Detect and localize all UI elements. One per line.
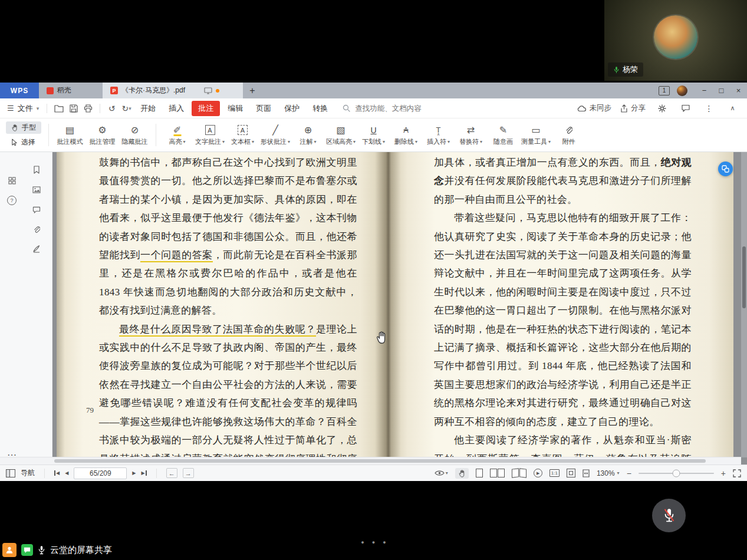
menu-item-comment[interactable]: 批注 [192, 101, 220, 116]
participant-video[interactable]: 杨荣 [604, 0, 747, 81]
zoom-level-dropdown[interactable]: 130% ▾ [597, 469, 620, 477]
wps-logo[interactable]: WPS [0, 83, 39, 98]
horizontal-scrollbar[interactable] [0, 457, 741, 465]
attachments-panel-icon[interactable] [32, 225, 41, 234]
window-count-badge[interactable]: 1 [659, 86, 670, 95]
previous-page-button[interactable]: ◀ [65, 470, 68, 476]
carousel-dot[interactable]: ● [361, 539, 364, 545]
menu-item-start[interactable]: 开始 [134, 101, 162, 116]
close-button[interactable]: × [730, 83, 747, 98]
ribbon-button-text-comment[interactable]: A 文字批注▾ [193, 120, 226, 150]
ribbon-button-note[interactable]: ⊕ 注解▾ [292, 120, 324, 150]
sync-status[interactable]: 未同步 [577, 103, 612, 113]
bookmarks-icon[interactable] [32, 165, 41, 174]
fit-page-button[interactable] [567, 469, 575, 477]
redo-button[interactable]: ↻▾ [119, 101, 134, 115]
hand-tool-button[interactable]: 手型 [6, 121, 41, 134]
thumbnail-panel-icon[interactable] [7, 176, 17, 185]
tab-document[interactable]: P 《卡尔·马克思》.pdf [103, 83, 243, 98]
menu-item-insert[interactable]: 插入 [162, 101, 190, 116]
menu-item-page[interactable]: 页面 [249, 101, 278, 116]
two-page-view-button[interactable] [490, 469, 505, 477]
page-right-text: 加具体，或者真正增加一点有意义的东西。而且，绝对观念并没有任何发展阶段能代表马克… [434, 153, 692, 457]
vertical-scrollbar-thumb[interactable] [742, 246, 746, 308]
chevron-down-icon: ▾ [446, 470, 448, 476]
menu-item-protect[interactable]: 保护 [278, 101, 306, 116]
print-button[interactable] [81, 101, 96, 115]
page-left[interactable]: 79 鼓舞的书信中，都声称自己在这个中心找到了欧洲文明里最值得赞赏的一切。他之所… [57, 152, 387, 457]
navigation-toggle[interactable]: 导航 [6, 468, 35, 478]
share-button[interactable]: 分享 [620, 103, 646, 113]
view-back-button[interactable]: ← [166, 468, 177, 478]
ribbon-button-free-draw[interactable]: ✎ 随意画 [487, 120, 519, 150]
maximize-button[interactable]: □ [713, 83, 730, 98]
zoom-slider-knob[interactable] [672, 469, 680, 477]
chat-app-icon[interactable] [21, 544, 33, 556]
horizontal-scrollbar-thumb[interactable] [54, 459, 706, 463]
select-tool-button[interactable]: 选择 [6, 136, 41, 149]
floating-assistant-button[interactable] [718, 162, 733, 176]
first-page-button[interactable]: ◀ [54, 470, 60, 476]
ribbon-button-underline[interactable]: U 下划线▾ [357, 120, 390, 150]
more-kebab-icon[interactable]: ⋮ [702, 101, 716, 115]
tab-docer[interactable]: 稻壳 [39, 83, 79, 98]
zoom-in-button[interactable]: + [721, 469, 726, 478]
single-page-view-button[interactable] [476, 469, 483, 477]
ribbon-button-strikethrough[interactable]: A 删除线▾ [390, 120, 422, 150]
meeting-app-icon[interactable] [2, 543, 17, 557]
page-right[interactable]: 加具体，或者真正增加一点有意义的东西。而且，绝对观念并没有任何发展阶段能代表马克… [387, 152, 733, 457]
book-view-button[interactable] [512, 469, 526, 477]
ribbon-button-measure[interactable]: ▭ 测量工具▾ [519, 120, 552, 150]
search-input[interactable] [354, 104, 445, 113]
ribbon-button-comment-mode[interactable]: ▤ 批注模式 [54, 120, 86, 150]
menu-item-edit[interactable]: 编辑 [221, 101, 249, 116]
next-page-button[interactable]: ▶ [132, 470, 136, 476]
hand-mode-button[interactable] [455, 468, 469, 479]
comments-panel-icon[interactable] [32, 205, 41, 215]
fullscreen-button[interactable] [733, 469, 741, 477]
search-box[interactable] [343, 104, 445, 113]
open-button[interactable] [51, 101, 66, 115]
ribbon-button-text-box[interactable]: A 文本框▾ [226, 120, 259, 150]
settings-icon[interactable] [654, 101, 669, 115]
account-avatar[interactable] [677, 85, 687, 96]
mute-toggle-button[interactable] [652, 499, 686, 532]
carousel-dot[interactable]: ● [372, 539, 375, 545]
page-indicator[interactable]: 65/209 [74, 467, 127, 479]
signature-panel-icon[interactable] [32, 244, 41, 253]
zoom-out-button[interactable]: − [627, 469, 631, 478]
page-canvas[interactable]: 79 鼓舞的书信中，都声称自己在这个中心找到了欧洲文明里最值得赞赏的一切。他之所… [52, 152, 741, 457]
minimize-button[interactable]: − [696, 83, 713, 98]
menu-item-convert[interactable]: 转换 [306, 101, 334, 116]
zoom-slider[interactable] [639, 473, 714, 474]
carousel-dot[interactable]: ● [383, 539, 386, 545]
ribbon-button-hide-comments[interactable]: ⊘ 隐藏批注 [119, 120, 151, 150]
new-tab-button[interactable]: + [243, 83, 262, 98]
ribbon-button-shape-comment[interactable]: ╱ 形状批注▾ [259, 120, 292, 150]
view-forward-button[interactable]: → [183, 468, 194, 478]
vertical-scrollbar[interactable] [741, 152, 747, 457]
ribbon-button-comment-manage[interactable]: ⚙ 批注管理 [86, 120, 119, 150]
ribbon-button-replace-mark[interactable]: ⇄ 替换符▾ [455, 120, 487, 150]
actual-size-button[interactable]: 1:1 [549, 469, 560, 477]
collapse-ribbon-button[interactable]: ∧ [725, 101, 740, 115]
ribbon-button-insert-caret[interactable]: T∧ 插入符▾ [422, 120, 455, 150]
play-slideshow-button[interactable]: ▶ [534, 469, 542, 477]
images-panel-icon[interactable] [32, 185, 41, 195]
comment-bubble-icon[interactable] [678, 101, 693, 115]
ribbon-button-attachment[interactable]: 附件 [552, 120, 585, 150]
last-page-button[interactable]: ▶ [141, 470, 146, 476]
undo-button[interactable]: ↺ [104, 101, 119, 115]
file-menu[interactable]: ☰ 文件 ▾ [7, 103, 39, 114]
save-button[interactable] [66, 101, 81, 115]
yellow-underline-highlight: 一个问题的答案 [140, 249, 213, 262]
chevron-down-icon: ▾ [548, 139, 551, 144]
help-icon[interactable]: ? [7, 196, 17, 205]
eye-protect-button[interactable]: ▾ [435, 470, 448, 476]
chevron-down-icon: ▾ [415, 139, 417, 144]
carousel-dots[interactable]: ● ● ● [361, 539, 386, 545]
ribbon-button-area-highlight[interactable]: ▧ 区域高亮▾ [324, 120, 357, 150]
ribbon-button-highlight[interactable]: ✐ 高亮▾ [161, 120, 193, 150]
chevron-down-icon: ▾ [252, 139, 254, 144]
fit-width-button[interactable] [583, 469, 590, 477]
